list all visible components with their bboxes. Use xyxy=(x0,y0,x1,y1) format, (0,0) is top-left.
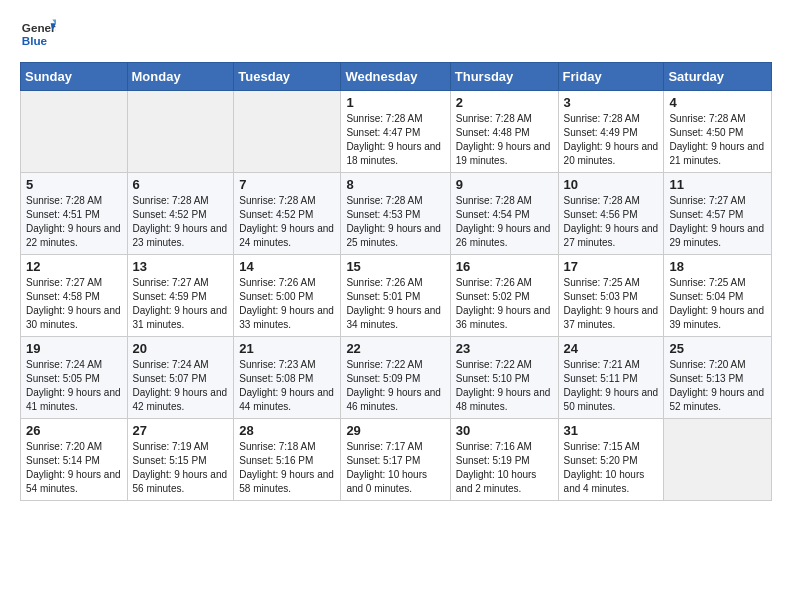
day-number: 20 xyxy=(133,341,229,356)
calendar-cell: 10Sunrise: 7:28 AMSunset: 4:56 PMDayligh… xyxy=(558,173,664,255)
calendar-cell: 13Sunrise: 7:27 AMSunset: 4:59 PMDayligh… xyxy=(127,255,234,337)
calendar-week-row: 19Sunrise: 7:24 AMSunset: 5:05 PMDayligh… xyxy=(21,337,772,419)
day-info: Sunrise: 7:26 AMSunset: 5:01 PMDaylight:… xyxy=(346,276,444,332)
day-number: 17 xyxy=(564,259,659,274)
calendar-cell: 2Sunrise: 7:28 AMSunset: 4:48 PMDaylight… xyxy=(450,91,558,173)
day-info: Sunrise: 7:22 AMSunset: 5:10 PMDaylight:… xyxy=(456,358,553,414)
day-number: 7 xyxy=(239,177,335,192)
calendar-cell: 9Sunrise: 7:28 AMSunset: 4:54 PMDaylight… xyxy=(450,173,558,255)
day-info: Sunrise: 7:28 AMSunset: 4:51 PMDaylight:… xyxy=(26,194,122,250)
day-number: 4 xyxy=(669,95,766,110)
day-number: 15 xyxy=(346,259,444,274)
calendar-cell: 16Sunrise: 7:26 AMSunset: 5:02 PMDayligh… xyxy=(450,255,558,337)
day-info: Sunrise: 7:27 AMSunset: 4:58 PMDaylight:… xyxy=(26,276,122,332)
calendar-cell: 31Sunrise: 7:15 AMSunset: 5:20 PMDayligh… xyxy=(558,419,664,501)
calendar-cell: 20Sunrise: 7:24 AMSunset: 5:07 PMDayligh… xyxy=(127,337,234,419)
calendar-cell: 21Sunrise: 7:23 AMSunset: 5:08 PMDayligh… xyxy=(234,337,341,419)
day-number: 30 xyxy=(456,423,553,438)
calendar-cell: 25Sunrise: 7:20 AMSunset: 5:13 PMDayligh… xyxy=(664,337,772,419)
calendar-cell: 28Sunrise: 7:18 AMSunset: 5:16 PMDayligh… xyxy=(234,419,341,501)
day-number: 13 xyxy=(133,259,229,274)
day-info: Sunrise: 7:28 AMSunset: 4:54 PMDaylight:… xyxy=(456,194,553,250)
calendar-cell: 1Sunrise: 7:28 AMSunset: 4:47 PMDaylight… xyxy=(341,91,450,173)
calendar-cell: 26Sunrise: 7:20 AMSunset: 5:14 PMDayligh… xyxy=(21,419,128,501)
day-info: Sunrise: 7:28 AMSunset: 4:49 PMDaylight:… xyxy=(564,112,659,168)
calendar-cell: 18Sunrise: 7:25 AMSunset: 5:04 PMDayligh… xyxy=(664,255,772,337)
calendar-cell: 17Sunrise: 7:25 AMSunset: 5:03 PMDayligh… xyxy=(558,255,664,337)
day-info: Sunrise: 7:20 AMSunset: 5:14 PMDaylight:… xyxy=(26,440,122,496)
logo-icon: General Blue xyxy=(20,16,56,52)
weekday-header-tuesday: Tuesday xyxy=(234,63,341,91)
calendar-cell: 14Sunrise: 7:26 AMSunset: 5:00 PMDayligh… xyxy=(234,255,341,337)
day-info: Sunrise: 7:17 AMSunset: 5:17 PMDaylight:… xyxy=(346,440,444,496)
calendar-cell xyxy=(234,91,341,173)
calendar-cell: 6Sunrise: 7:28 AMSunset: 4:52 PMDaylight… xyxy=(127,173,234,255)
day-info: Sunrise: 7:28 AMSunset: 4:50 PMDaylight:… xyxy=(669,112,766,168)
day-number: 6 xyxy=(133,177,229,192)
day-number: 3 xyxy=(564,95,659,110)
day-info: Sunrise: 7:28 AMSunset: 4:47 PMDaylight:… xyxy=(346,112,444,168)
calendar-cell: 8Sunrise: 7:28 AMSunset: 4:53 PMDaylight… xyxy=(341,173,450,255)
day-info: Sunrise: 7:28 AMSunset: 4:48 PMDaylight:… xyxy=(456,112,553,168)
day-info: Sunrise: 7:20 AMSunset: 5:13 PMDaylight:… xyxy=(669,358,766,414)
day-info: Sunrise: 7:28 AMSunset: 4:52 PMDaylight:… xyxy=(239,194,335,250)
calendar-cell: 5Sunrise: 7:28 AMSunset: 4:51 PMDaylight… xyxy=(21,173,128,255)
day-info: Sunrise: 7:18 AMSunset: 5:16 PMDaylight:… xyxy=(239,440,335,496)
day-number: 26 xyxy=(26,423,122,438)
day-number: 21 xyxy=(239,341,335,356)
calendar-cell: 30Sunrise: 7:16 AMSunset: 5:19 PMDayligh… xyxy=(450,419,558,501)
day-number: 12 xyxy=(26,259,122,274)
day-info: Sunrise: 7:28 AMSunset: 4:52 PMDaylight:… xyxy=(133,194,229,250)
calendar-table: SundayMondayTuesdayWednesdayThursdayFrid… xyxy=(20,62,772,501)
day-number: 11 xyxy=(669,177,766,192)
day-info: Sunrise: 7:19 AMSunset: 5:15 PMDaylight:… xyxy=(133,440,229,496)
day-number: 28 xyxy=(239,423,335,438)
day-number: 24 xyxy=(564,341,659,356)
day-number: 18 xyxy=(669,259,766,274)
day-info: Sunrise: 7:26 AMSunset: 5:02 PMDaylight:… xyxy=(456,276,553,332)
calendar-cell: 7Sunrise: 7:28 AMSunset: 4:52 PMDaylight… xyxy=(234,173,341,255)
calendar-cell xyxy=(21,91,128,173)
day-info: Sunrise: 7:25 AMSunset: 5:03 PMDaylight:… xyxy=(564,276,659,332)
weekday-header-row: SundayMondayTuesdayWednesdayThursdayFrid… xyxy=(21,63,772,91)
weekday-header-monday: Monday xyxy=(127,63,234,91)
calendar-cell: 27Sunrise: 7:19 AMSunset: 5:15 PMDayligh… xyxy=(127,419,234,501)
day-info: Sunrise: 7:27 AMSunset: 4:57 PMDaylight:… xyxy=(669,194,766,250)
weekday-header-friday: Friday xyxy=(558,63,664,91)
day-info: Sunrise: 7:21 AMSunset: 5:11 PMDaylight:… xyxy=(564,358,659,414)
day-number: 10 xyxy=(564,177,659,192)
day-number: 31 xyxy=(564,423,659,438)
day-number: 27 xyxy=(133,423,229,438)
day-info: Sunrise: 7:22 AMSunset: 5:09 PMDaylight:… xyxy=(346,358,444,414)
day-info: Sunrise: 7:16 AMSunset: 5:19 PMDaylight:… xyxy=(456,440,553,496)
day-info: Sunrise: 7:28 AMSunset: 4:53 PMDaylight:… xyxy=(346,194,444,250)
day-number: 22 xyxy=(346,341,444,356)
day-number: 9 xyxy=(456,177,553,192)
day-number: 29 xyxy=(346,423,444,438)
day-number: 23 xyxy=(456,341,553,356)
calendar-week-row: 5Sunrise: 7:28 AMSunset: 4:51 PMDaylight… xyxy=(21,173,772,255)
svg-text:Blue: Blue xyxy=(22,34,48,47)
calendar-cell: 29Sunrise: 7:17 AMSunset: 5:17 PMDayligh… xyxy=(341,419,450,501)
calendar-cell: 11Sunrise: 7:27 AMSunset: 4:57 PMDayligh… xyxy=(664,173,772,255)
calendar-cell: 3Sunrise: 7:28 AMSunset: 4:49 PMDaylight… xyxy=(558,91,664,173)
day-info: Sunrise: 7:26 AMSunset: 5:00 PMDaylight:… xyxy=(239,276,335,332)
logo: General Blue xyxy=(20,16,56,52)
day-number: 2 xyxy=(456,95,553,110)
weekday-header-sunday: Sunday xyxy=(21,63,128,91)
day-info: Sunrise: 7:25 AMSunset: 5:04 PMDaylight:… xyxy=(669,276,766,332)
day-number: 25 xyxy=(669,341,766,356)
calendar-cell: 23Sunrise: 7:22 AMSunset: 5:10 PMDayligh… xyxy=(450,337,558,419)
calendar-cell: 22Sunrise: 7:22 AMSunset: 5:09 PMDayligh… xyxy=(341,337,450,419)
calendar-cell: 15Sunrise: 7:26 AMSunset: 5:01 PMDayligh… xyxy=(341,255,450,337)
page: General Blue SundayMondayTuesdayWednesda… xyxy=(0,0,792,511)
day-number: 16 xyxy=(456,259,553,274)
day-info: Sunrise: 7:27 AMSunset: 4:59 PMDaylight:… xyxy=(133,276,229,332)
weekday-header-saturday: Saturday xyxy=(664,63,772,91)
calendar-cell: 24Sunrise: 7:21 AMSunset: 5:11 PMDayligh… xyxy=(558,337,664,419)
calendar-week-row: 1Sunrise: 7:28 AMSunset: 4:47 PMDaylight… xyxy=(21,91,772,173)
svg-text:General: General xyxy=(22,21,56,34)
weekday-header-thursday: Thursday xyxy=(450,63,558,91)
calendar-cell xyxy=(664,419,772,501)
day-info: Sunrise: 7:24 AMSunset: 5:05 PMDaylight:… xyxy=(26,358,122,414)
